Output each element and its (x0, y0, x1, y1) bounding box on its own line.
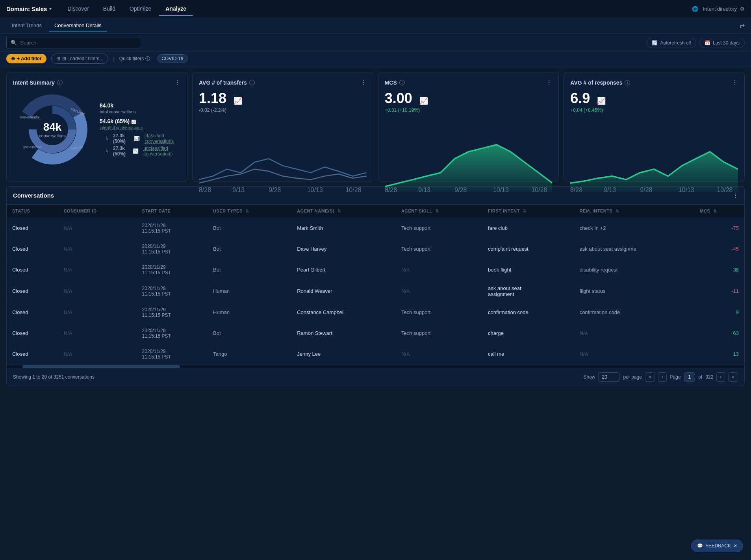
nav-item-optimize[interactable]: Optimize (123, 2, 158, 16)
table-scrollbar[interactable] (7, 365, 744, 368)
svg-marker-19 (570, 152, 738, 192)
svg-text:10/13: 10/13 (307, 187, 323, 193)
nav-item-analyze[interactable]: Analyze (159, 2, 193, 16)
add-filter-button[interactable]: ⊕ + Add filter (6, 54, 46, 63)
cell-consumer-id: N/A (58, 302, 137, 323)
last-page-button[interactable]: » (728, 372, 738, 382)
svg-text:10/28: 10/28 (717, 187, 733, 193)
avg-transfers-value: 1.18 📈 (199, 90, 367, 107)
conversations-table-wrapper: STATUS CONSUMER ID START DATE USER TYPES… (7, 205, 744, 365)
feedback-button[interactable]: 💬 FEEDBACK ✕ (691, 540, 743, 552)
col-consumer-id: CONSUMER ID (58, 205, 137, 218)
avg-responses-info-icon[interactable]: i (625, 80, 630, 85)
of-label: of (698, 374, 702, 380)
load-filters-button[interactable]: ⊞ ⊞ Load/edit filters... (51, 54, 109, 64)
avg-responses-header: AVG # of responses i ⋮ (570, 79, 738, 86)
svg-text:9/28: 9/28 (269, 187, 281, 193)
cell-consumer-id: N/A (58, 344, 137, 364)
avg-transfers-delta: -0.02 (-2.2%) (199, 107, 367, 113)
avg-transfers-title: AVG # of transfers i (199, 79, 255, 86)
pagination-controls: Show 20 10 50 100 per page « ‹ Page 1 of… (583, 372, 738, 382)
mcs-menu[interactable]: ⋮ (546, 79, 552, 86)
table-row[interactable]: Closed N/A 2020/11/29 11:15:15 PST Human… (7, 302, 744, 323)
avg-responses-delta: +0.04 (+0.45%) (570, 107, 738, 113)
feedback-icon: 💬 (697, 543, 703, 549)
covid-filter-tag[interactable]: COVID-19 (157, 54, 187, 63)
cell-rem-intents: disability request (574, 259, 695, 280)
table-row[interactable]: Closed N/A 2020/11/29 11:15:15 PST Bot R… (7, 323, 744, 344)
cell-mcs: 38 (695, 259, 745, 280)
search-input[interactable] (20, 40, 136, 46)
table-row[interactable]: Closed N/A 2020/11/29 11:15:15 PST Tango… (7, 344, 744, 364)
cell-agent-names: Ronald Weaver (291, 280, 396, 302)
table-row[interactable]: Closed N/A 2020/11/29 11:15:15 PST Bot M… (7, 218, 744, 238)
cell-status: Closed (7, 259, 58, 280)
table-row[interactable]: Closed N/A 2020/11/29 11:15:15 PST Human… (7, 280, 744, 302)
svg-text:10/13: 10/13 (679, 187, 694, 193)
nav-item-discover[interactable]: Discover (61, 2, 95, 16)
first-page-button[interactable]: « (645, 372, 655, 382)
conversations-table-body: Closed N/A 2020/11/29 11:15:15 PST Bot M… (7, 218, 744, 364)
autorefresh-button[interactable]: 🔄 Autorefresh off (647, 38, 696, 48)
cell-agent-skill: Tech support (396, 323, 482, 344)
feedback-close-icon[interactable]: ✕ (733, 543, 737, 549)
pagination-bar: Showing 1 to 20 of 3251 conversations Sh… (7, 368, 744, 386)
svg-text:9/13: 9/13 (604, 187, 616, 193)
table-row[interactable]: Closed N/A 2020/11/29 11:15:15 PST Bot P… (7, 259, 744, 280)
mcs-card: MCS i ⋮ 3.00 📈 +0.31 (+10.19%) 8/28 9/13… (378, 72, 559, 181)
per-page-select[interactable]: 20 10 50 100 (598, 372, 620, 382)
svg-text:10/28: 10/28 (531, 187, 547, 193)
avg-responses-menu[interactable]: ⋮ (732, 79, 738, 86)
show-label: Show (583, 374, 595, 380)
settings-icon[interactable]: ⚙ (740, 6, 745, 12)
intent-summary-info-icon[interactable]: i (57, 80, 63, 85)
cell-status: Closed (7, 238, 58, 259)
cell-start-date: 2020/11/29 11:15:15 PST (137, 302, 208, 323)
cell-user-types: Bot (208, 323, 291, 344)
filter-layout-icon[interactable]: ⇄ (740, 22, 745, 30)
avg-transfers-menu[interactable]: ⋮ (360, 79, 367, 86)
cell-status: Closed (7, 218, 58, 238)
cell-mcs: 9 (695, 302, 745, 323)
intent-summary-menu[interactable]: ⋮ (174, 79, 181, 86)
table-row[interactable]: Closed N/A 2020/11/29 11:15:15 PST Bot D… (7, 238, 744, 259)
next-page-button[interactable]: › (716, 372, 725, 382)
intentful-stat: 54.6k (65%) 📈 intentful conversations (100, 118, 181, 130)
intent-directory-link[interactable]: Intent directory (703, 6, 737, 12)
cell-agent-names: Mark Smith (291, 218, 396, 238)
svg-text:9/13: 9/13 (232, 187, 245, 193)
classified-trend-icon: 📊 (134, 136, 140, 141)
cell-agent-skill: Tech support (396, 302, 482, 323)
cell-user-types: Bot (208, 259, 291, 280)
mcs-header: MCS i ⋮ (385, 79, 553, 86)
avg-transfers-trend-icon: 📈 (234, 97, 242, 105)
conversations-table: STATUS CONSUMER ID START DATE USER TYPES… (7, 205, 744, 365)
mcs-info-icon[interactable]: i (399, 80, 405, 85)
avg-responses-value: 6.9 📈 (570, 90, 738, 107)
intent-summary-content: non-intentful classified intentful uncla… (13, 90, 181, 169)
cell-agent-skill: Tech support (396, 238, 482, 259)
svg-text:10/13: 10/13 (493, 187, 509, 193)
domain-selector[interactable]: Domain: Sales ▾ (6, 6, 52, 12)
avg-transfers-chart: 8/28 9/13 9/28 10/13 10/28 (199, 118, 367, 214)
cell-agent-names: Ramon Stewart (291, 323, 396, 344)
search-icon: 🔍 (11, 40, 17, 46)
cell-status: Closed (7, 280, 58, 302)
cell-start-date: 2020/11/29 11:15:15 PST (137, 344, 208, 364)
search-box[interactable]: 🔍 (6, 37, 140, 48)
cell-status: Closed (7, 323, 58, 344)
prev-page-button[interactable]: ‹ (658, 372, 667, 382)
avg-transfers-card: AVG # of transfers i ⋮ 1.18 📈 -0.02 (-2.… (192, 72, 373, 181)
tab-conversation-details[interactable]: Conversation Details (49, 20, 107, 31)
cell-start-date: 2020/11/29 11:15:15 PST (137, 280, 208, 302)
tab-intent-trends[interactable]: Intent Trends (6, 20, 47, 31)
cell-first-intent: fare club (482, 218, 574, 238)
avg-transfers-info-icon[interactable]: i (249, 80, 255, 85)
cell-rem-intents: N/A (574, 344, 695, 364)
date-range-button[interactable]: 📅 Last 30 days (699, 38, 745, 48)
cell-start-date: 2020/11/29 11:15:15 PST (137, 238, 208, 259)
filter-bar-search: 🔍 🔄 Autorefresh off 📅 Last 30 days (0, 34, 751, 52)
cell-agent-names: Pearl Gilbert (291, 259, 396, 280)
nav-item-build[interactable]: Build (97, 2, 122, 16)
domain-label: Domain: Sales (6, 6, 47, 12)
